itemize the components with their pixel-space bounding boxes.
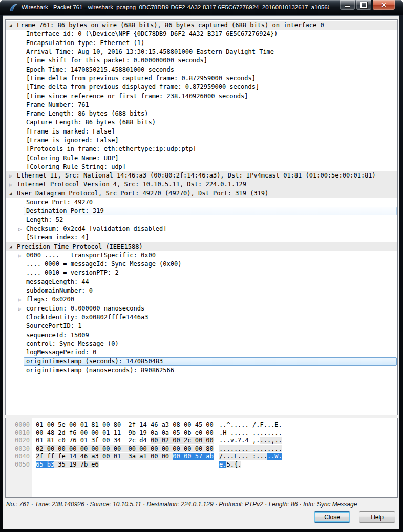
expander-open-icon[interactable]: ◢ <box>9 189 17 198</box>
tree-row[interactable]: [Time delta from previous displayed fram… <box>6 83 397 92</box>
tree-row[interactable]: [Frame is ignored: False] <box>6 136 397 145</box>
tree-row[interactable]: SourcePortID: 1 <box>6 322 397 330</box>
title-bar[interactable]: Wireshark - Packet 761 - wireshark_pcapn… <box>0 0 403 15</box>
tree-row[interactable]: [Coloring Rule Name: UDP] <box>6 153 397 162</box>
hex-offset-label: 0000 <box>6 421 36 429</box>
tree-row-label: [Coloring Rule Name: UDP] <box>26 154 397 162</box>
tree-row-label: Interface id: 0 (\Device\NPF_{0DC78DB9-D… <box>26 30 397 38</box>
tree-row[interactable]: Length: 52 <box>6 216 397 225</box>
tree-row[interactable]: originTimestamp (seconds): 1470850483 <box>6 357 397 366</box>
tree-row[interactable]: ▷0000 .... = transportSpecific: 0x00 <box>6 251 397 260</box>
tree-row-label: Checksum: 0x2cd4 [validation disabled] <box>26 225 397 233</box>
tree-row[interactable]: ◢Precision Time Protocol (IEEE1588) <box>6 242 397 251</box>
hex-bytes: 00 48 2d f6 00 00 01 11 9b 19 0a 0a 05 0… <box>36 429 215 437</box>
tree-row[interactable]: subdomainNumber: 0 <box>6 286 397 295</box>
tree-row[interactable]: ▷correction: 0.000000 nanoseconds <box>6 304 397 313</box>
close-button[interactable]: Close <box>314 511 350 523</box>
tree-row-label: subdomainNumber: 0 <box>26 287 397 295</box>
hex-bytes: 65 b3 35 19 7b e6 <box>36 461 215 469</box>
tree-row-label: [Frame is ignored: False] <box>26 137 397 144</box>
tree-row[interactable]: Epoch Time: 1470850215.458801000 seconds <box>6 65 397 74</box>
tree-row[interactable]: sequenceId: 15009 <box>6 330 397 339</box>
tree-row[interactable]: ▷flags: 0x0200 <box>6 295 397 304</box>
tree-row-label: .... 0000 = messageId: Sync Message (0x0… <box>26 260 397 268</box>
tree-row-label: Frame 761: 86 bytes on wire (688 bits), … <box>17 21 397 29</box>
tree-row-label: sequenceId: 15009 <box>26 331 397 339</box>
tree-row[interactable]: [Frame is marked: False] <box>6 127 397 136</box>
tree-row[interactable]: [Time delta from previous captured frame… <box>6 74 397 83</box>
tree-row-label: [Time since reference or first frame: 23… <box>26 93 397 100</box>
tree-row-label: Internet Protocol Version 4, Src: 10.10.… <box>17 181 397 188</box>
expander-closed-icon[interactable]: ▷ <box>18 225 26 233</box>
tree-row-label: logMessagePeriod: 0 <box>26 349 397 357</box>
packet-detail-tree[interactable]: ◢Frame 761: 86 bytes on wire (688 bits),… <box>5 19 398 415</box>
hex-row[interactable]: 003002 00 00 00 00 00 00 00 00 00 00 00 … <box>6 445 397 453</box>
tree-row[interactable]: Capture Length: 86 bytes (688 bits) <box>6 118 397 127</box>
tree-row[interactable]: [Stream index: 4] <box>6 233 397 242</box>
expander-closed-icon[interactable]: ▷ <box>9 171 17 180</box>
hex-rows: 000001 00 5e 00 01 81 00 80 2f 14 46 a3 … <box>6 421 397 469</box>
tree-row-label: 0000 .... = transportSpecific: 0x00 <box>26 252 397 259</box>
tree-row-label: Capture Length: 86 bytes (688 bits) <box>26 119 397 126</box>
wireshark-logo-icon <box>9 3 18 12</box>
caption-buttons: ✕ <box>339 0 395 10</box>
hex-bytes: 01 00 5e 00 01 81 00 80 2f 14 46 a3 08 0… <box>36 421 215 429</box>
tree-row[interactable]: control: Sync Message (0) <box>6 340 397 348</box>
help-button[interactable]: Help <box>359 511 395 523</box>
tree-row[interactable]: ▷Internet Protocol Version 4, Src: 10.10… <box>6 180 397 189</box>
tree-row-label: Destination Port: 319 <box>24 207 397 215</box>
expander-open-icon[interactable]: ◢ <box>9 242 17 251</box>
tree-row[interactable]: Encapsulation type: Ethernet (1) <box>6 39 397 48</box>
tree-row[interactable]: originTimestamp (nanoseconds): 890862566 <box>6 366 397 375</box>
tree-row-label: Arrival Time: Aug 10, 2016 13:30:15.4588… <box>26 48 397 56</box>
tree-row-label: control: Sync Message (0) <box>26 340 397 348</box>
tree-row[interactable]: [Coloring Rule String: udp] <box>6 163 397 171</box>
hex-row[interactable]: 001000 48 2d f6 00 00 01 11 9b 19 0a 0a … <box>6 429 397 437</box>
tree-row-label: [Coloring Rule String: udp] <box>26 163 397 171</box>
hex-row[interactable]: 00402f ff fe 14 46 a3 00 01 3a a1 00 00 … <box>6 453 397 461</box>
tree-row[interactable]: Interface id: 0 (\Device\NPF_{0DC78DB9-D… <box>6 30 397 38</box>
hex-offset-label: 0040 <box>6 453 36 461</box>
hex-ascii: .H-..... ........ <box>215 429 282 437</box>
tree-row-label: correction: 0.000000 nanoseconds <box>26 305 397 313</box>
hex-row[interactable]: 005065 b3 35 19 7b e6e.5.{. <box>6 461 397 469</box>
tree-row-label: flags: 0x0200 <box>26 296 397 303</box>
maximize-button[interactable] <box>356 0 372 10</box>
tree-row[interactable]: [Time since reference or first frame: 23… <box>6 92 397 100</box>
hex-bytes: 02 00 00 00 00 00 00 00 00 00 00 00 00 0… <box>36 445 215 453</box>
expander-closed-icon[interactable]: ▷ <box>18 304 26 313</box>
expander-closed-icon[interactable]: ▷ <box>9 180 17 189</box>
tree-row[interactable]: Arrival Time: Aug 10, 2016 13:30:15.4588… <box>6 48 397 56</box>
tree-row-label: User Datagram Protocol, Src Port: 49270 … <box>17 190 397 197</box>
tree-row[interactable]: messageLength: 44 <box>6 278 397 286</box>
tree-row[interactable]: .... 0010 = versionPTP: 2 <box>6 269 397 277</box>
expander-open-icon[interactable]: ◢ <box>9 21 17 30</box>
tree-row[interactable]: Source Port: 49270 <box>6 198 397 207</box>
close-window-button[interactable]: ✕ <box>372 0 395 10</box>
tree-row[interactable]: Destination Port: 319 <box>6 207 397 215</box>
packet-summary-status: No.: 761 · Time: 238.140926 · Source: 10… <box>6 501 357 508</box>
tree-row[interactable]: [Time shift for this packet: 0.000000000… <box>6 56 397 65</box>
tree-row-label: Frame Length: 86 bytes (688 bits) <box>26 110 397 118</box>
tree-row[interactable]: ClockIdentity: 0x00802ffffe1446a3 <box>6 313 397 322</box>
tree-row[interactable]: Frame Number: 761 <box>6 101 397 109</box>
tree-row[interactable]: ▷Checksum: 0x2cd4 [validation disabled] <box>6 225 397 233</box>
hex-dump-pane[interactable]: 000001 00 5e 00 01 81 00 80 2f 14 46 a3 … <box>5 418 398 498</box>
hex-row[interactable]: 000001 00 5e 00 01 81 00 80 2f 14 46 a3 … <box>6 421 397 429</box>
tree-row[interactable]: ◢User Datagram Protocol, Src Port: 49270… <box>6 189 397 198</box>
expander-closed-icon[interactable]: ▷ <box>18 251 26 260</box>
tree-row-label: Encapsulation type: Ethernet (1) <box>26 39 397 47</box>
tree-row[interactable]: logMessagePeriod: 0 <box>6 348 397 357</box>
hex-bytes: 2f ff fe 14 46 a3 00 01 3a a1 00 00 00 0… <box>36 453 215 461</box>
minimize-button[interactable] <box>340 0 355 10</box>
tree-row[interactable]: [Protocols in frame: eth:ethertype:ip:ud… <box>6 145 397 153</box>
tree-row[interactable]: ▷Ethernet II, Src: National_14:46:a3 (00… <box>6 171 397 180</box>
tree-row[interactable]: Frame Length: 86 bytes (688 bits) <box>6 109 397 118</box>
tree-row-label: .... 0010 = versionPTP: 2 <box>26 269 397 277</box>
tree-row-label: originTimestamp (seconds): 1470850483 <box>24 357 397 366</box>
tree-row[interactable]: .... 0000 = messageId: Sync Message (0x0… <box>6 260 397 269</box>
hex-row[interactable]: 002001 81 c0 76 01 3f 00 34 2c d4 00 02 … <box>6 437 397 445</box>
tree-row-label: messageLength: 44 <box>26 278 397 286</box>
expander-closed-icon[interactable]: ▷ <box>18 295 26 304</box>
tree-row[interactable]: ◢Frame 761: 86 bytes on wire (688 bits),… <box>6 21 397 30</box>
